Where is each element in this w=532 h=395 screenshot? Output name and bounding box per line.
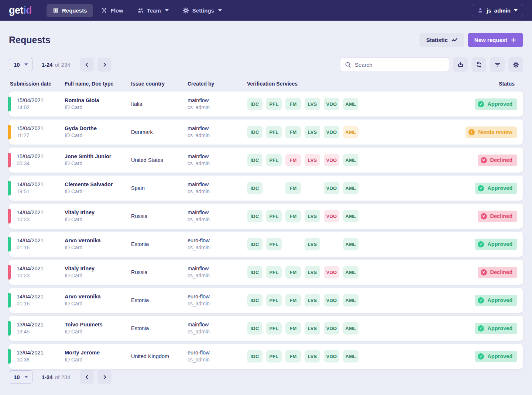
service-slot: AML (343, 182, 358, 194)
status-label: Approved (487, 353, 512, 359)
nav-item-flow[interactable]: Flow (95, 4, 129, 17)
status-badge: ✕ Declined (478, 211, 517, 222)
page-size-select[interactable]: 10 (9, 58, 33, 71)
service-badge-pfl: PFL (266, 210, 282, 222)
status-icon: ✕ (481, 213, 487, 219)
service-badge-pfl: PFL (266, 294, 282, 306)
service-slot: PFL (266, 322, 282, 335)
table-row[interactable]: 14/04/2021 10:23 Vitaly Iriney ID Card R… (9, 260, 523, 285)
service-slot: AML (343, 322, 358, 335)
status-icon: ✓ (478, 241, 484, 247)
new-request-button[interactable]: New request (468, 33, 523, 47)
service-badge-fm: FM (285, 182, 301, 194)
table-row[interactable]: 13/04/2021 13:45 Toivo Puumets ID Card E… (9, 316, 523, 341)
prev-page-button[interactable] (80, 370, 94, 384)
table-row[interactable]: 14/04/2021 01:16 Arvo Veronika ID Card E… (9, 288, 523, 313)
submission-date: 14/04/2021 (17, 237, 65, 244)
status-badge: ✓ Approved (475, 351, 517, 362)
doc-type: ID Card (65, 328, 131, 335)
submission-date: 14/04/2021 (17, 265, 65, 272)
status-label: Approved (487, 185, 512, 191)
service-badge-vdo: VDO (324, 98, 339, 110)
status-label: Approved (487, 101, 512, 107)
flow-icon (101, 7, 107, 14)
row-accent-bar (8, 181, 11, 195)
new-request-label: New request (474, 37, 507, 43)
nav-item-requests[interactable]: Requests (47, 4, 93, 17)
service-badge-aml: AML (343, 182, 358, 194)
service-badge-idc: IDC (247, 182, 262, 194)
submission-time: 14:02 (17, 104, 65, 111)
main-nav: Requests Flow Team Settings (47, 4, 228, 17)
chevron-down-icon (24, 63, 28, 66)
pagination-top: 10 1-24of 234 (9, 58, 111, 72)
table-row[interactable]: 13/04/2021 10:38 Morty Jerome ID Card Un… (9, 344, 523, 369)
col-header-status: Status (362, 81, 523, 87)
nav-item-settings[interactable]: Settings (177, 4, 228, 17)
service-badge-idc: IDC (247, 126, 262, 138)
user-menu-button[interactable]: js_admin (472, 4, 523, 17)
search-input[interactable] (355, 62, 445, 68)
page-title: Requests (9, 35, 51, 45)
created-by-user: cs_admin (188, 272, 247, 279)
issue-country: United Kingdom (131, 353, 188, 360)
service-slot: FM (285, 266, 301, 278)
table-row[interactable]: 14/04/2021 19:51 Clemente Salvador ID Ca… (9, 176, 523, 201)
table-row[interactable]: 15/04/2021 14:02 Romina Gioia ID Card It… (9, 91, 523, 117)
doc-type: ID Card (65, 300, 131, 307)
next-page-button[interactable] (97, 370, 111, 384)
created-by-flow: euro-flow (188, 293, 247, 300)
service-badge-idc: IDC (247, 210, 262, 222)
service-badge-pfl: PFL (266, 98, 282, 110)
full-name: Arvo Veronika (65, 293, 131, 300)
service-slot: IDC (247, 98, 262, 110)
status-icon: ✓ (478, 297, 484, 304)
refresh-button[interactable] (471, 57, 486, 72)
page-size-select[interactable]: 10 (9, 370, 33, 384)
table-row[interactable]: 15/04/2021 05:34 Jone Smith Junior ID Ca… (9, 148, 523, 173)
plus-icon (511, 37, 516, 43)
table-settings-gear-button[interactable] (508, 57, 523, 72)
row-accent-bar (8, 237, 11, 252)
service-badge-lvs: LVS (305, 98, 320, 110)
service-slot: FM (285, 322, 301, 335)
search-icon (345, 62, 351, 68)
logo[interactable]: getid (9, 5, 32, 16)
created-by-user: cs_admin (188, 188, 247, 195)
page-size-value: 10 (14, 62, 20, 68)
issue-country: Estonia (131, 241, 188, 248)
search-box (340, 57, 449, 72)
filter-button[interactable] (490, 57, 505, 72)
requests-list: 15/04/2021 14:02 Romina Gioia ID Card It… (9, 91, 523, 369)
full-name: Gyda Dorthe (65, 125, 131, 132)
service-badge-fm: FM (285, 98, 301, 110)
issue-country: Russia (131, 269, 188, 276)
table-row[interactable]: 14/04/2021 10:23 Vitaly Iriney ID Card R… (9, 204, 523, 229)
table-row[interactable]: 15/04/2021 11:27 Gyda Dorthe ID Card Den… (9, 119, 523, 145)
service-slot: PFL (266, 210, 282, 222)
service-slot (266, 182, 282, 194)
export-download-button[interactable] (453, 57, 468, 72)
row-accent-bar (8, 349, 11, 364)
statistic-button[interactable]: Statistic (419, 33, 464, 47)
full-name: Vitaly Iriney (65, 265, 131, 272)
service-slot: FM (285, 210, 301, 222)
service-badge-lvs: LVS (305, 350, 320, 363)
issue-country: Spain (131, 185, 188, 192)
service-slot: LVS (305, 266, 320, 278)
chevron-down-icon (218, 9, 222, 11)
status-badge: ✕ Declined (478, 155, 517, 166)
service-slot: AML (343, 126, 358, 138)
prev-page-button[interactable] (80, 58, 94, 72)
submission-date: 14/04/2021 (17, 209, 65, 216)
service-badge-idc: IDC (247, 266, 262, 278)
table-row[interactable]: 14/04/2021 01:16 Arvo Veronika ID Card E… (9, 232, 523, 257)
next-page-button[interactable] (97, 58, 111, 72)
doc-type: ID Card (65, 216, 131, 223)
doc-type: ID Card (65, 132, 131, 139)
service-slot: AML (343, 98, 358, 110)
nav-item-team[interactable]: Team (131, 4, 175, 17)
service-slot: IDC (247, 210, 262, 222)
service-slot: AML (343, 294, 358, 306)
created-by-user: cs_admin (188, 160, 247, 167)
